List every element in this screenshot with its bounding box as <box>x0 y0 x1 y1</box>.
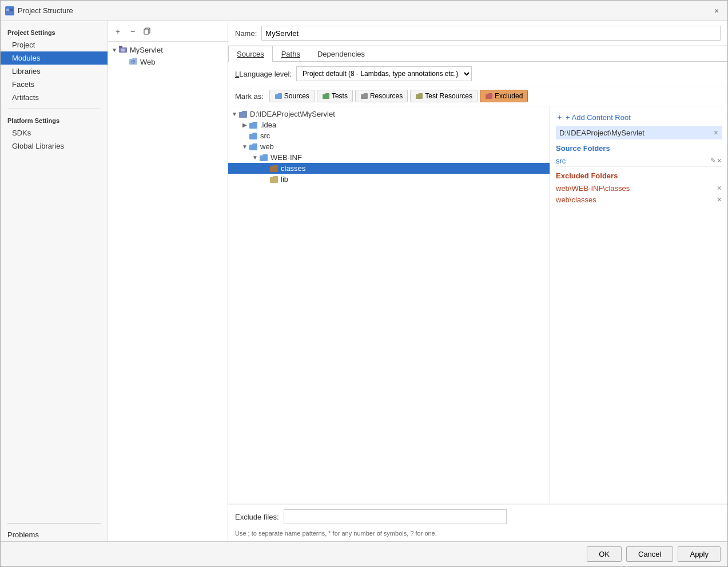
mark-excluded-button[interactable]: Excluded <box>480 90 528 102</box>
ftree-node-web-label: web <box>260 142 274 151</box>
tab-sources[interactable]: Sources <box>228 46 273 62</box>
exclude-files-input[interactable] <box>284 509 507 524</box>
dialog-footer: OK Cancel Apply <box>1 541 727 566</box>
remove-module-button[interactable]: − <box>126 25 139 38</box>
project-structure-dialog: Project Structure × Project Settings Pro… <box>0 0 728 567</box>
arrow-src <box>241 133 249 139</box>
folder-icon-src <box>249 132 258 140</box>
excluded-folder-row-1: web\classes × <box>556 194 722 205</box>
add-module-button[interactable]: + <box>112 25 124 38</box>
ftree-node-src[interactable]: src <box>228 130 550 141</box>
remove-excluded-folder-0-button[interactable]: × <box>717 183 722 193</box>
dialog-body: Project Settings Project Modules Librari… <box>1 21 727 541</box>
sidebar-divider <box>7 109 101 109</box>
folder-icon-lib <box>269 175 279 183</box>
sidebar-item-project[interactable]: Project <box>1 38 108 51</box>
sidebar-divider-2 <box>7 523 101 524</box>
mark-as-row: Mark as: Sources Tests <box>228 86 727 106</box>
tree-node-myservlet-label: MyServlet <box>130 46 163 54</box>
exclude-files-label: Exclude files: <box>235 513 279 521</box>
web-folder-icon <box>129 57 138 67</box>
arrow-lib <box>261 176 269 182</box>
language-level-label: LLanguage level: <box>235 70 292 78</box>
name-input[interactable] <box>261 26 721 41</box>
mark-resources-button[interactable]: Resources <box>355 90 408 102</box>
folder-icon-webinf <box>259 154 268 162</box>
arrow-classes <box>261 165 269 171</box>
mark-test-resources-button[interactable]: Test Resources <box>410 90 478 102</box>
exclude-files-section: Exclude files: Use ; to separate name pa… <box>228 504 727 541</box>
folder-icon-web <box>249 143 258 151</box>
svg-rect-6 <box>119 46 122 48</box>
excluded-folder-path-1: web\classes <box>556 195 596 204</box>
ftree-node-webinf[interactable]: ▼ WEB-INF <box>228 152 550 163</box>
arrow-root: ▼ <box>230 111 238 117</box>
project-settings-label: Project Settings <box>1 26 108 38</box>
svg-rect-7 <box>121 49 125 51</box>
sidebar-item-libraries[interactable]: Libraries <box>1 65 108 78</box>
remove-root-button[interactable]: × <box>714 128 718 137</box>
mark-excluded-label: Excluded <box>495 92 523 100</box>
tree-node-myservlet[interactable]: ▼ MyServlet <box>108 44 228 56</box>
ftree-node-classes-label: classes <box>281 164 305 173</box>
copy-module-button[interactable] <box>141 25 154 38</box>
sidebar-item-global-libraries[interactable]: Global Libraries <box>1 139 108 153</box>
info-panel: ＋ + Add Content Root D:\IDEAProject\MySe… <box>550 106 727 504</box>
platform-settings-label: Platform Settings <box>1 114 108 126</box>
cancel-button[interactable]: Cancel <box>626 546 673 562</box>
mark-tests-label: Tests <box>332 92 348 100</box>
add-content-root-label: + Add Content Root <box>566 113 631 122</box>
folder-icon-root <box>238 110 248 118</box>
ok-button[interactable]: OK <box>587 546 622 562</box>
close-button[interactable]: × <box>710 5 723 17</box>
sidebar-item-facets[interactable]: Facets <box>1 78 108 91</box>
sidebar-item-problems[interactable]: Problems <box>1 528 108 541</box>
svg-rect-0 <box>6 9 9 11</box>
file-tree: ▼ D:\IDEAProject\MyServlet ▶ .idea <box>228 106 550 504</box>
ftree-node-lib[interactable]: lib <box>228 174 550 185</box>
mark-tests-button[interactable]: Tests <box>317 90 353 102</box>
language-level-select[interactable]: Project default (8 - Lambdas, type annot… <box>296 66 472 81</box>
tree-node-web[interactable]: Web <box>108 56 228 68</box>
mark-test-resources-label: Test Resources <box>425 92 472 100</box>
tab-paths[interactable]: Paths <box>273 46 309 62</box>
ftree-node-web[interactable]: ▼ web <box>228 141 550 152</box>
mark-resources-label: Resources <box>370 92 403 100</box>
apply-button[interactable]: Apply <box>678 546 721 562</box>
tree-node-web-label: Web <box>140 58 156 66</box>
mark-sources-button[interactable]: Sources <box>269 90 315 102</box>
ftree-node-src-label: src <box>260 131 270 140</box>
sidebar: Project Settings Project Modules Librari… <box>1 21 108 541</box>
add-content-root-button[interactable]: ＋ + Add Content Root <box>556 111 722 123</box>
remove-source-folder-button[interactable]: × <box>717 156 722 165</box>
exclude-files-row: Exclude files: <box>228 504 727 529</box>
exclude-files-hint: Use ; to separate name patterns, * for a… <box>228 529 727 541</box>
svg-rect-2 <box>10 9 13 11</box>
remove-excluded-folder-1-button[interactable]: × <box>717 195 722 204</box>
app-icon <box>5 6 14 15</box>
sidebar-item-sdks[interactable]: SDKs <box>1 126 108 139</box>
folder-icon-idea <box>249 121 258 129</box>
name-label: Name: <box>235 29 257 38</box>
tree-toolbar: + − <box>108 21 228 42</box>
name-row: Name: <box>228 21 727 46</box>
excluded-folder-row-0: web\WEB-INF\classes × <box>556 182 722 194</box>
title-bar-left: Project Structure <box>5 6 73 15</box>
arrow-web-ft: ▼ <box>241 143 249 150</box>
root-path-text: D:\IDEAProject\MyServlet <box>559 129 645 137</box>
arrow-web <box>121 59 129 65</box>
sidebar-item-artifacts[interactable]: Artifacts <box>1 91 108 104</box>
sidebar-item-modules[interactable]: Modules <box>1 51 108 65</box>
ftree-node-classes[interactable]: classes <box>228 163 550 174</box>
arrow-idea: ▶ <box>241 122 249 128</box>
ftree-node-webinf-label: WEB-INF <box>270 153 302 162</box>
ftree-node-idea[interactable]: ▶ .idea <box>228 119 550 130</box>
ftree-node-lib-label: lib <box>281 175 288 183</box>
source-folders-title: Source Folders <box>556 144 722 153</box>
ftree-node-root[interactable]: ▼ D:\IDEAProject\MyServlet <box>228 109 550 119</box>
arrow-myservlet: ▼ <box>110 47 118 53</box>
tab-dependencies[interactable]: Dependencies <box>309 46 373 62</box>
title-bar: Project Structure × <box>1 1 727 21</box>
edit-source-folder-button[interactable]: ✎ <box>710 156 716 165</box>
tabs-row: Sources Paths Dependencies <box>228 46 727 62</box>
